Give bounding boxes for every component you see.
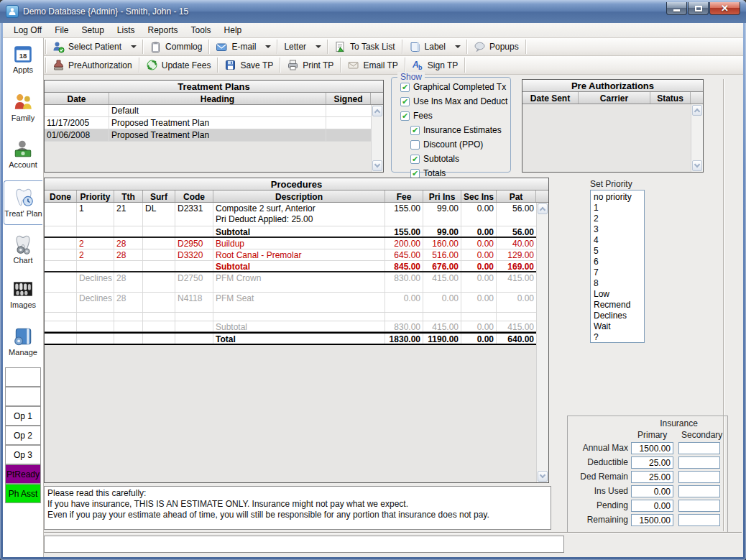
procedure-row[interactable]: Subtotal 155.00 99.00 0.00 56.00 (45, 226, 536, 238)
menu-item-tools[interactable]: Tools (185, 24, 218, 37)
column-header-tth[interactable]: Tth (114, 191, 143, 202)
procedure-row[interactable] (45, 313, 536, 321)
priority-option[interactable]: 8 (594, 278, 644, 289)
column-header-heading[interactable]: Heading (109, 93, 326, 104)
sidebar-item-manage[interactable]: Manage (4, 324, 42, 357)
scroll-down-button[interactable] (372, 160, 382, 171)
label-dropdown[interactable] (451, 38, 465, 55)
minimize-button[interactable] (666, 2, 687, 15)
title-bar[interactable]: Demo Database {Admin} - Smith, John - 15… (0, 0, 746, 23)
vertical-scrollbar[interactable] (691, 104, 703, 172)
column-header-pat[interactable]: Pat (497, 191, 536, 202)
priority-option[interactable]: 3 (594, 224, 644, 235)
procedure-row[interactable]: Declines 28 D2750 PFM Crown 830.00 415.0… (45, 272, 536, 293)
deductible-primary-input[interactable]: 25.00 (631, 456, 673, 469)
vertical-scrollbar[interactable] (371, 105, 383, 172)
procedure-row[interactable]: Declines 28 N4118 PFM Seat 0.00 0.00 0.0… (45, 293, 536, 313)
menu-item-log-off[interactable]: Log Off (7, 24, 48, 37)
scroll-down-button[interactable] (538, 471, 548, 482)
column-header-description[interactable]: Description (213, 191, 385, 202)
select-patient-dropdown[interactable] (126, 38, 141, 55)
email-tp-button[interactable]: Email TP (342, 56, 402, 74)
sidebar-item-appts[interactable]: 18 Appts (4, 42, 42, 74)
procedure-row[interactable]: Subtotal 830.00 415.00 0.00 415.00 (45, 321, 536, 332)
scroll-up-button[interactable] (538, 203, 548, 214)
email-button[interactable]: E-mail (211, 38, 261, 55)
priority-option[interactable]: Low (594, 289, 644, 300)
checkbox-subtotals[interactable]: Subtotals (410, 154, 510, 164)
select-patient-button[interactable]: Select Patient (47, 38, 126, 55)
column-header-sec-ins[interactable]: Sec Ins (461, 191, 497, 202)
procedure-row[interactable]: Subtotal 845.00 676.00 0.00 169.00 (45, 261, 536, 272)
annual-max-primary-input[interactable]: 1500.00 (631, 442, 673, 454)
menu-item-lists[interactable]: Lists (111, 24, 142, 37)
procedure-row[interactable]: 2 28 D3320 Root Canal - Premolar 645.00 … (45, 249, 536, 261)
vertical-scrollbar[interactable] (536, 203, 548, 482)
menu-item-help[interactable]: Help (218, 24, 249, 37)
sidebar-item-images[interactable]: Images (4, 277, 42, 309)
scroll-up-button[interactable] (372, 106, 382, 116)
maximize-button[interactable] (688, 2, 709, 15)
treatment-plan-row[interactable]: Default (45, 105, 371, 117)
priority-option[interactable]: 1 (594, 203, 644, 214)
save-tp-button[interactable]: Save TP (219, 56, 278, 74)
popups-button[interactable]: Popups (469, 38, 524, 55)
sidebar-item-family[interactable]: Family (4, 90, 42, 122)
op-box-op3[interactable]: Op 3 (5, 445, 41, 464)
estimate-note[interactable]: Please read this carefully: If you have … (44, 486, 551, 530)
annual-max-secondary-input[interactable] (678, 442, 720, 454)
checkbox-totals[interactable]: Totals (410, 168, 510, 178)
commlog-button[interactable]: Commlog (144, 38, 207, 55)
letter-dropdown[interactable] (311, 38, 326, 55)
scroll-down-button[interactable] (692, 160, 702, 171)
ded-remain-secondary-input[interactable] (678, 471, 720, 483)
priority-option[interactable]: no priority (594, 192, 644, 203)
menu-item-reports[interactable]: Reports (142, 24, 185, 37)
priority-option[interactable]: 7 (594, 267, 644, 278)
op-box-1[interactable] (5, 367, 41, 387)
column-header-status[interactable]: Status (650, 92, 691, 104)
letter-button[interactable]: Letter (279, 38, 311, 55)
remaining-secondary-input[interactable] (678, 514, 720, 526)
print-tp-button[interactable]: Print TP (282, 56, 339, 74)
sidebar-item-account[interactable]: Account (4, 137, 42, 169)
checkbox-insurance-estimates[interactable]: Insurance Estimates (410, 125, 510, 135)
deductible-secondary-input[interactable] (678, 456, 720, 469)
email-dropdown[interactable] (261, 38, 275, 55)
treatment-plan-row[interactable]: 01/06/2008 Proposed Treatment Plan (45, 129, 371, 142)
procedure-row[interactable]: 2 28 D2950 Buildup 200.00 160.00 0.00 40… (45, 238, 536, 249)
column-header-done[interactable]: Done (45, 191, 77, 202)
ins-used-secondary-input[interactable] (678, 485, 720, 497)
column-header-priority[interactable]: Priority (77, 191, 114, 202)
update-fees-button[interactable]: Update Fees (141, 56, 216, 74)
label-button[interactable]: Label (404, 38, 451, 55)
checkbox-discount-ppo[interactable]: Discount (PPO) (410, 139, 510, 150)
column-header-pri-ins[interactable]: Pri Ins (423, 191, 461, 202)
checkbox-use-ins-max[interactable]: Use Ins Max and Deduct (400, 96, 510, 106)
column-header-date-sent[interactable]: Date Sent (522, 92, 579, 104)
procedure-row-total[interactable]: Total 1830.00 1190.00 0.00 640.00 (45, 332, 536, 345)
pending-primary-input[interactable]: 0.00 (631, 500, 673, 512)
preauthorization-button[interactable]: PreAuthorization (47, 56, 137, 74)
priority-option[interactable]: Declines (594, 311, 644, 321)
sidebar-item-treat-plan[interactable]: Treat' Plan (4, 180, 42, 225)
procedure-row[interactable]: 1 21 DL D2331 Composite 2 surf, Anterior… (45, 203, 536, 226)
priority-option[interactable]: Recmend (594, 300, 644, 311)
scroll-up-button[interactable] (692, 105, 702, 116)
checkbox-graphical-completed-tx[interactable]: Graphical Completed Tx (400, 82, 510, 92)
sidebar-item-chart[interactable]: Chart (4, 232, 42, 265)
priority-option[interactable]: 6 (594, 257, 644, 267)
close-button[interactable]: ✕ (709, 2, 740, 15)
op-box-op2[interactable]: Op 2 (5, 426, 41, 445)
column-header-fee[interactable]: Fee (385, 191, 423, 202)
column-header-signed[interactable]: Signed (326, 93, 371, 104)
priority-option[interactable]: ? (594, 332, 644, 343)
to-task-list-button[interactable]: To Task List (329, 38, 400, 55)
op-box-2[interactable] (5, 387, 41, 406)
bottom-note-input[interactable] (44, 536, 564, 553)
ins-used-primary-input[interactable]: 0.00 (631, 485, 673, 497)
column-header-date[interactable]: Date (45, 93, 109, 104)
priority-option[interactable]: 2 (594, 214, 644, 224)
op-box-ptready[interactable]: PtReady (5, 464, 41, 484)
column-header-code[interactable]: Code (175, 191, 213, 202)
